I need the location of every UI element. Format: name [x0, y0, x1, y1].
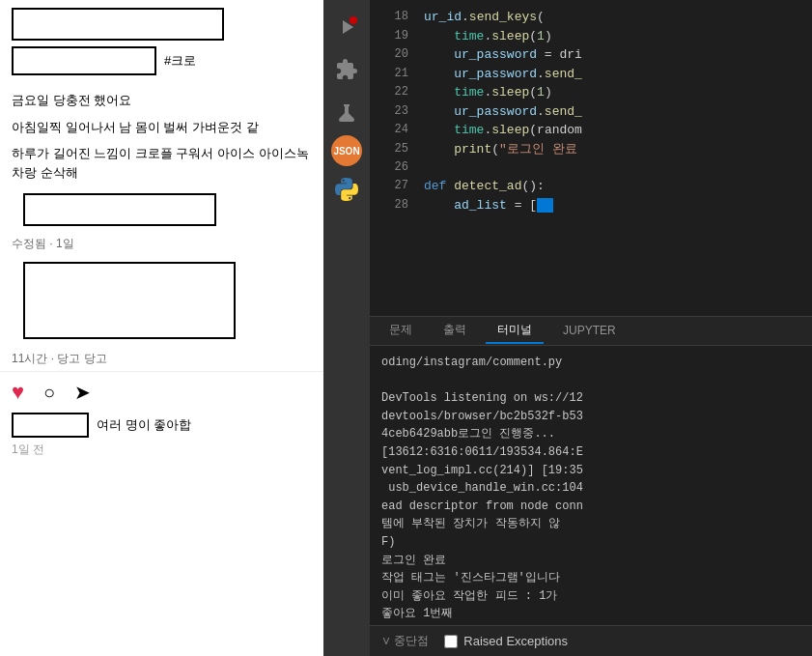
- line-num-24: 24: [378, 121, 408, 140]
- insta-text-3: 하루가 길어진 느낌이 크로플 구워서 아이스 아이스녹차랑 순삭해: [0, 140, 323, 185]
- line-content-18: ur_id.send_keys(: [424, 8, 804, 27]
- insta-likes-input[interactable]: [12, 413, 89, 438]
- tab-output[interactable]: 출력: [432, 318, 478, 344]
- raised-exceptions-checkbox[interactable]: [444, 635, 458, 648]
- insta-text-2: 아침일찍 일어나서 남 몸이 벌써 가벼운것 같: [0, 114, 323, 141]
- code-line-22: 22 time.sleep(1): [370, 83, 812, 102]
- line-content-21: ur_password.send_: [424, 65, 804, 84]
- insta-top: #크로: [0, 0, 323, 87]
- insta-likes-text: 여러 명이 좋아합: [97, 416, 191, 434]
- line-content-28: ad_list = [: [424, 196, 804, 215]
- code-line-19: 19 time.sleep(1): [370, 27, 812, 46]
- line-num-19: 19: [378, 27, 408, 46]
- breakpoint-checkbox-wrap: Raised Exceptions: [444, 634, 568, 648]
- line-num-22: 22: [378, 83, 408, 102]
- insta-likes-row: 여러 명이 좋아합: [0, 413, 323, 442]
- insta-post-input-wrap: [0, 185, 323, 234]
- insta-time: 1일 전: [0, 442, 323, 458]
- code-line-21: 21 ur_password.send_: [370, 65, 812, 84]
- line-content-20: ur_password = dri: [424, 45, 804, 65]
- insta-textarea-wrap: [0, 254, 323, 347]
- insta-post-input[interactable]: [23, 193, 216, 226]
- line-num-20: 20: [378, 45, 408, 65]
- line-content-27: def detect_ad():: [424, 177, 804, 196]
- editor-area: 18 ur_id.send_keys( 19 time.sleep(1) 20 …: [370, 0, 812, 316]
- line-num-18: 18: [378, 8, 408, 27]
- line-content-26: [424, 158, 804, 177]
- code-line-26: 26: [370, 158, 812, 177]
- code-line-23: 23 ur_password.send_: [370, 102, 812, 122]
- terminal-panel: 문제 출력 터미널 JUPYTER oding/instagram/commen…: [370, 316, 812, 625]
- activity-bar: JSON: [323, 0, 370, 656]
- line-content-24: time.sleep(random: [424, 121, 804, 140]
- line-content-23: ur_password.send_: [424, 102, 804, 122]
- activity-icon-run[interactable]: [327, 8, 366, 46]
- json-label: JSON: [333, 146, 359, 157]
- comment-icon[interactable]: ○: [43, 382, 55, 404]
- code-line-28: 28 ad_list = [: [370, 196, 812, 215]
- code-line-24: 24 time.sleep(random: [370, 121, 812, 140]
- line-num-26: 26: [378, 158, 408, 177]
- instagram-panel: #크로 금요일 당충전 했어요 아침일찍 일어나서 남 몸이 벌써 가벼운것 같…: [0, 0, 323, 656]
- activity-icon-extensions[interactable]: [327, 50, 366, 89]
- insta-hash-row: #크로: [12, 46, 312, 79]
- insta-input-box-1[interactable]: [12, 8, 224, 41]
- breakpoint-bar: ∨ 중단점 Raised Exceptions: [370, 625, 812, 656]
- svg-point-0: [350, 16, 357, 24]
- insta-textarea[interactable]: [23, 262, 236, 339]
- line-num-25: 25: [378, 140, 408, 159]
- insta-hash-text: #크로: [164, 52, 196, 70]
- insta-stats: 11시간 · 당고 당고: [0, 347, 323, 371]
- code-line-18: 18 ur_id.send_keys(: [370, 8, 812, 27]
- tab-jupyter[interactable]: JUPYTER: [551, 320, 628, 343]
- code-line-20: 20 ur_password = dri: [370, 45, 812, 65]
- line-content-22: time.sleep(1): [424, 83, 804, 102]
- tab-problems[interactable]: 문제: [378, 318, 424, 344]
- code-line-25: 25 print("로그인 완료: [370, 140, 812, 159]
- line-num-21: 21: [378, 65, 408, 84]
- breakpoint-toggle-icon[interactable]: ∨ 중단점: [381, 633, 429, 649]
- panel-tabs: 문제 출력 터미널 JUPYTER: [370, 317, 812, 346]
- heart-icon[interactable]: ♥: [12, 380, 24, 405]
- activity-icon-flask[interactable]: [327, 93, 366, 131]
- line-num-28: 28: [378, 196, 408, 215]
- send-icon[interactable]: ➤: [74, 381, 91, 404]
- insta-actions: ♥ ○ ➤: [0, 371, 323, 413]
- insta-hash-input[interactable]: [12, 46, 156, 75]
- code-view: 18 ur_id.send_keys( 19 time.sleep(1) 20 …: [370, 0, 812, 316]
- terminal-content: oding/instagram/comment.py DevTools list…: [370, 346, 812, 625]
- vscode-panel: 18 ur_id.send_keys( 19 time.sleep(1) 20 …: [370, 0, 812, 656]
- activity-icon-python[interactable]: [327, 170, 366, 209]
- line-num-23: 23: [378, 102, 408, 122]
- line-content-19: time.sleep(1): [424, 27, 804, 46]
- activity-icon-json[interactable]: JSON: [331, 135, 362, 166]
- line-num-27: 27: [378, 177, 408, 196]
- tab-terminal[interactable]: 터미널: [486, 318, 544, 344]
- raised-exceptions-label[interactable]: Raised Exceptions: [463, 634, 568, 648]
- insta-text-1: 금요일 당충전 했어요: [0, 87, 323, 114]
- line-content-25: print("로그인 완료: [424, 140, 804, 159]
- code-line-27: 27 def detect_ad():: [370, 177, 812, 196]
- insta-modified: 수정됨 · 1일: [0, 234, 323, 254]
